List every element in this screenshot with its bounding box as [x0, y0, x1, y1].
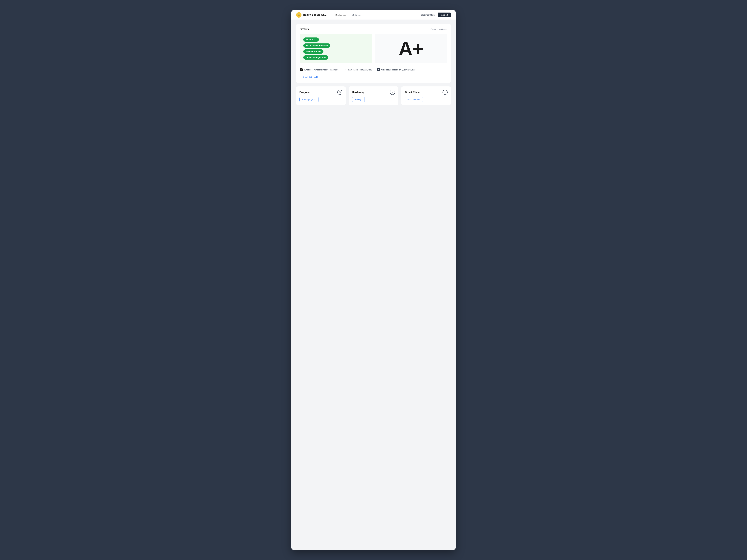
logo-icon: 🔒	[296, 12, 302, 18]
tips-title: Tips & Tricks	[405, 91, 420, 94]
hardening-icon: ✓	[390, 90, 395, 95]
header-actions: Documentation Support	[420, 12, 451, 17]
powered-by-label: Powered by Qualys	[431, 28, 447, 30]
progress-card: Progress % Check progress	[296, 86, 346, 105]
list-icon: ≡	[344, 68, 347, 71]
status-panels: No TLS 1.1 HSTS header detected Valid ce…	[300, 34, 447, 63]
last-check-item: ≡ Last check: Today 12:24:48	[344, 68, 372, 71]
progress-title: Progress	[300, 91, 310, 94]
status-badges-panel: No TLS 1.1 HSTS header detected Valid ce…	[300, 34, 372, 63]
badge-no-tls: No TLS 1.1	[303, 37, 319, 42]
progress-icon: %	[337, 90, 342, 95]
status-footer: i What does my score mean? Read more. ≡ …	[300, 66, 447, 73]
tips-icon: i	[442, 90, 447, 95]
nav-settings[interactable]: Settings	[349, 11, 363, 19]
badge-cipher: Cipher strength 90%	[303, 55, 328, 59]
check-ssl-button[interactable]: Check SSL Health	[300, 75, 321, 79]
hardening-settings-button[interactable]: Settings	[352, 97, 365, 102]
last-check-text: Last check: Today 12:24:48	[348, 69, 372, 71]
status-card-title: Status	[300, 27, 309, 31]
hardening-card: Hardening ✓ Settings	[349, 86, 398, 105]
progress-card-header: Progress %	[300, 90, 342, 95]
tips-card: Tips & Tricks i Documentation	[401, 86, 451, 105]
documentation-link[interactable]: Documentation	[420, 14, 435, 16]
check-progress-button[interactable]: Check progress	[300, 97, 319, 102]
bottom-cards: Progress % Check progress Hardening ✓ Se…	[296, 86, 451, 105]
status-card-header: Status Powered by Qualys	[300, 27, 447, 31]
arrow-icon: ↗	[377, 68, 380, 71]
report-item: ↗ View detailed report on Qualys SSL Lab…	[377, 68, 416, 71]
support-button[interactable]: Support	[438, 12, 451, 17]
grade-panel: A+	[375, 34, 447, 63]
app-header: 🔒 Really Simple SSL Dashboard Settings D…	[291, 10, 456, 20]
tips-card-header: Tips & Tricks i	[405, 90, 447, 95]
score-info-text[interactable]: What does my score mean? Read more.	[304, 69, 339, 71]
ssl-grade: A+	[398, 39, 423, 58]
info-icon: i	[300, 68, 303, 71]
badge-valid-cert: Valid certificate	[303, 49, 324, 54]
report-text[interactable]: View detailed report on Qualys SSL Labs	[381, 69, 416, 71]
tips-documentation-button[interactable]: Documentation	[405, 97, 423, 102]
hardening-card-header: Hardening ✓	[352, 90, 395, 95]
logo-area: 🔒 Really Simple SSL	[296, 12, 327, 18]
main-nav: Dashboard Settings	[332, 11, 415, 19]
hardening-title: Hardening	[352, 91, 364, 94]
score-info-item: i What does my score mean? Read more.	[300, 68, 339, 71]
badge-hsts: HSTS header detected	[303, 44, 330, 48]
status-card: Status Powered by Qualys No TLS 1.1 HSTS…	[296, 24, 451, 83]
nav-dashboard[interactable]: Dashboard	[332, 11, 349, 19]
main-content: Status Powered by Qualys No TLS 1.1 HSTS…	[291, 20, 456, 550]
logo-text: Really Simple SSL	[303, 13, 327, 17]
